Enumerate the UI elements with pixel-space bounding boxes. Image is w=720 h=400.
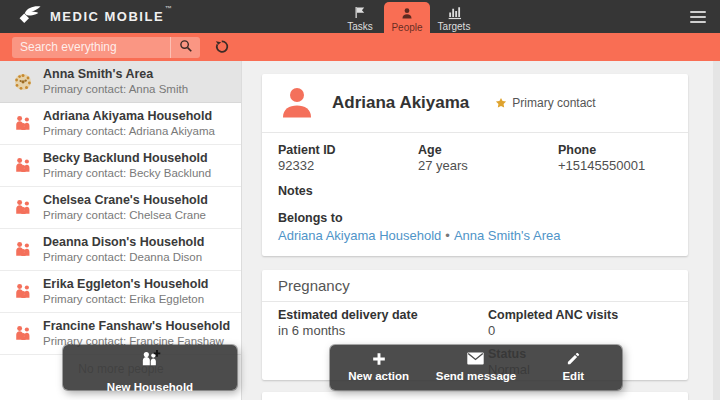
- household-icon: [13, 282, 33, 302]
- contact-title: Francine Fanshaw's Household: [43, 319, 230, 334]
- list-item-area[interactable]: Anna Smith's Area Primary contact: Anna …: [0, 61, 241, 103]
- app-logo: MEDIC MOBILE™: [18, 5, 174, 29]
- link-area[interactable]: Anna Smith's Area: [454, 228, 561, 243]
- contact-title: Chelsea Crane's Household: [43, 193, 208, 208]
- tab-targets[interactable]: Targets: [432, 0, 476, 33]
- badge-label: Primary contact: [512, 96, 595, 110]
- field-anc-visits: Completed ANC visits 0: [488, 308, 672, 339]
- person-avatar: [278, 84, 316, 122]
- send-message-button[interactable]: Send message: [427, 345, 524, 390]
- refresh-button[interactable]: [215, 39, 230, 55]
- pencil-icon: [566, 350, 581, 367]
- contact-subtitle: Primary contact: Erika Eggleton: [43, 292, 209, 306]
- search-button[interactable]: [170, 37, 200, 58]
- primary-contact-badge: Primary contact: [495, 96, 595, 110]
- tasks-card: Tasks 1 week|2 weeks|View all: [262, 392, 688, 400]
- list-item-household[interactable]: Chelsea Crane's Household Primary contac…: [0, 187, 241, 229]
- list-item-household[interactable]: Adriana Akiyama Household Primary contac…: [0, 103, 241, 145]
- field-age: Age 27 years: [418, 143, 558, 174]
- bar-chart-icon: [432, 5, 476, 20]
- pregnancy-title: Pregnancy: [262, 270, 688, 302]
- contact-subtitle: Primary contact: Adriana Akiyama: [43, 124, 215, 138]
- new-household-label: New Household: [107, 381, 193, 394]
- list-item-household[interactable]: Erika Eggleton's Household Primary conta…: [0, 271, 241, 313]
- household-icon: [13, 240, 33, 260]
- tab-people-label: People: [384, 22, 430, 33]
- tab-tasks-label: Tasks: [338, 21, 382, 32]
- tab-targets-label: Targets: [432, 21, 476, 32]
- add-household-icon: [139, 348, 161, 372]
- field-patient-id: Patient ID 92332: [278, 143, 418, 174]
- contact-subtitle: Primary contact: Becky Backlund: [43, 166, 211, 180]
- person-card: Adriana Akiyama Primary contact Patient …: [262, 74, 688, 256]
- contact-subtitle: Primary contact: Chelsea Crane: [43, 208, 208, 222]
- field-phone: Phone +15145550001: [558, 143, 672, 174]
- person-icon: [384, 6, 430, 21]
- tab-people[interactable]: People: [384, 2, 430, 33]
- new-action-button[interactable]: New action: [330, 345, 427, 390]
- medic-mobile-logo-icon: [18, 5, 42, 29]
- link-household[interactable]: Adriana Akiyama Household: [278, 228, 441, 243]
- scrollbar-track[interactable]: [713, 61, 720, 400]
- brand-name: MEDIC MOBILE™: [50, 9, 174, 24]
- action-bar: New action Send message Edit: [330, 345, 622, 390]
- person-name: Adriana Akiyama: [332, 93, 469, 113]
- edit-button[interactable]: Edit: [525, 345, 622, 390]
- flag-icon: [338, 5, 382, 20]
- star-icon: [495, 97, 507, 109]
- field-notes: Notes: [278, 184, 672, 199]
- household-icon: [13, 156, 33, 176]
- contact-title: Deanna Dison's Household: [43, 235, 204, 250]
- contact-title: Adriana Akiyama Household: [43, 109, 215, 124]
- household-icon: [13, 114, 33, 134]
- plus-icon: [371, 350, 387, 367]
- tab-tasks[interactable]: Tasks: [338, 0, 382, 33]
- link-separator: •: [445, 228, 450, 243]
- list-item-household[interactable]: Becky Backlund Household Primary contact…: [0, 145, 241, 187]
- contact-subtitle: Primary contact: Deanna Dison: [43, 250, 204, 264]
- edit-label: Edit: [562, 370, 584, 383]
- new-action-label: New action: [348, 370, 409, 383]
- contact-title: Anna Smith's Area: [43, 67, 188, 82]
- main-tabs: Tasks People: [338, 0, 476, 33]
- search-icon: [179, 39, 193, 56]
- household-icon: [13, 324, 33, 344]
- send-message-label: Send message: [436, 370, 517, 383]
- envelope-icon: [466, 350, 485, 367]
- contact-subtitle: Primary contact: Anna Smith: [43, 82, 188, 96]
- contact-title: Erika Eggleton's Household: [43, 277, 209, 292]
- search-bar: [0, 33, 720, 61]
- list-item-household[interactable]: Deanna Dison's Household Primary contact…: [0, 229, 241, 271]
- top-bar: MEDIC MOBILE™ Tasks People: [0, 0, 720, 33]
- menu-icon[interactable]: [690, 11, 706, 25]
- belongs-to: Belongs to Adriana Akiyama Household•Ann…: [278, 211, 672, 244]
- refresh-icon: [215, 42, 230, 57]
- contact-title: Becky Backlund Household: [43, 151, 211, 166]
- area-icon: [13, 72, 33, 92]
- main-area: Anna Smith's Area Primary contact: Anna …: [0, 61, 720, 400]
- trademark: ™: [165, 5, 174, 12]
- new-household-button[interactable]: New Household: [63, 345, 237, 390]
- household-icon: [13, 198, 33, 218]
- search-input[interactable]: [12, 37, 170, 58]
